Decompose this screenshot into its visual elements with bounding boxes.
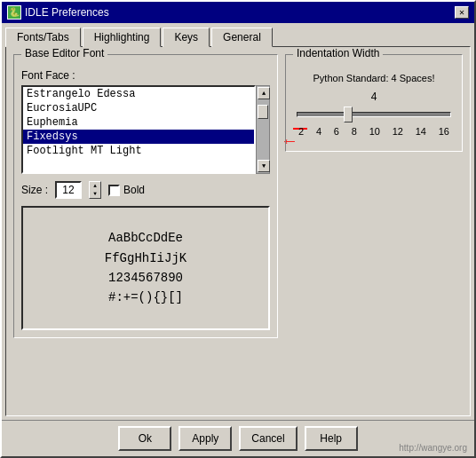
slider-label-0: 2	[298, 126, 304, 137]
slider-label-6: 14	[416, 126, 426, 137]
title-bar: 🐍 IDLE Preferences ✕	[2, 2, 474, 23]
close-button[interactable]: ✕	[455, 6, 469, 19]
size-input[interactable]	[55, 181, 82, 199]
font-item-3[interactable]: Fixedsys	[23, 130, 254, 144]
scroll-track[interactable]	[257, 100, 269, 159]
font-face-label: Font Face :	[21, 69, 270, 82]
size-spinner[interactable]: ▲ ▼	[89, 181, 101, 199]
apply-button[interactable]: Apply	[178, 426, 232, 451]
bold-checkbox-label: Bold	[108, 184, 145, 196]
left-panel: Base Editor Font Font Face : Estrangelo …	[13, 54, 278, 408]
scroll-thumb[interactable]	[258, 105, 268, 119]
bold-label: Bold	[123, 184, 145, 196]
base-editor-font-group: Base Editor Font Font Face : Estrangelo …	[13, 54, 278, 338]
slider-labels: 2 4 6 8 10 12 14 16	[297, 126, 451, 137]
preview-line-0: AaBbCcDdEe	[105, 228, 186, 248]
font-listbox-container: Estrangelo Edessa EucrosiaUPC Euphemia F…	[21, 85, 270, 174]
url-text: http://wangye.org	[399, 443, 467, 453]
right-panel: Indentation Width Python Standard: 4 Spa…	[285, 54, 463, 408]
tab-highlighting[interactable]: Highlighting	[83, 28, 162, 47]
title-bar-left: 🐍 IDLE Preferences	[7, 5, 109, 20]
font-listbox-scrollbar[interactable]: ▲ ▼	[256, 85, 270, 174]
font-item-0[interactable]: Estrangelo Edessa	[23, 87, 254, 101]
slider-label-3: 8	[352, 126, 357, 137]
preview-line-1: FfGgHhIiJjK	[105, 249, 186, 268]
slider-label-1: 4	[316, 126, 321, 137]
scroll-up-arrow[interactable]: ▲	[258, 87, 270, 99]
preview-text: AaBbCcDdEe FfGgHhIiJjK 1234567890 #:+=()…	[105, 228, 186, 308]
slider-value: 4	[297, 91, 451, 103]
tab-content: Base Editor Font Font Face : Estrangelo …	[5, 46, 471, 416]
slider-label-5: 12	[393, 126, 403, 137]
cancel-button[interactable]: Cancel	[239, 426, 297, 451]
indentation-group: Indentation Width Python Standard: 4 Spa…	[285, 54, 463, 152]
font-item-1[interactable]: EucrosiaUPC	[23, 101, 254, 115]
tab-general[interactable]: General	[211, 28, 273, 47]
slider-label-7: 16	[439, 126, 449, 137]
spin-down[interactable]: ▼	[90, 190, 100, 198]
spin-up[interactable]: ▲	[90, 182, 100, 190]
bold-checkbox[interactable]	[108, 185, 120, 196]
main-window: 🐍 IDLE Preferences ✕ Fonts/Tabs Highligh…	[0, 0, 476, 458]
indentation-group-title: Indentation Width	[293, 47, 383, 59]
group-title: Base Editor Font	[21, 47, 107, 59]
indentation-subtitle: Python Standard: 4 Spaces!	[293, 73, 455, 83]
slider-thumb[interactable]	[344, 107, 353, 122]
slider-track[interactable]	[297, 112, 451, 117]
preview-line-2: 1234567890	[105, 268, 186, 288]
tabs-bar: Fonts/Tabs Highlighting Keys General	[2, 23, 474, 46]
font-listbox[interactable]: Estrangelo Edessa EucrosiaUPC Euphemia F…	[21, 85, 256, 174]
ok-button[interactable]: Ok	[118, 426, 171, 451]
slider-label-2: 6	[334, 126, 339, 137]
help-button[interactable]: Help	[305, 426, 358, 451]
tab-keys[interactable]: Keys	[163, 28, 210, 47]
font-item-2[interactable]: Euphemia	[23, 115, 254, 130]
app-icon: 🐍	[7, 5, 21, 20]
size-row: Size : ▲ ▼ Bold	[21, 181, 270, 199]
font-item-4[interactable]: Footlight MT Light	[23, 144, 254, 158]
bottom-bar: Ok Apply Cancel Help http://wangye.org	[2, 420, 474, 456]
size-label: Size :	[21, 184, 48, 196]
scroll-down-arrow[interactable]: ▼	[258, 160, 270, 172]
font-preview: AaBbCcDdEe FfGgHhIiJjK 1234567890 #:+=()…	[21, 206, 270, 330]
window-title: IDLE Preferences	[25, 6, 109, 19]
tab-fonts-tabs[interactable]: Fonts/Tabs	[5, 28, 81, 47]
slider-label-4: 10	[369, 126, 380, 137]
preview-line-3: #:+=(){}[]	[105, 288, 186, 307]
slider-area: 4 2 4 6 8 10 12 14 16	[297, 91, 451, 137]
